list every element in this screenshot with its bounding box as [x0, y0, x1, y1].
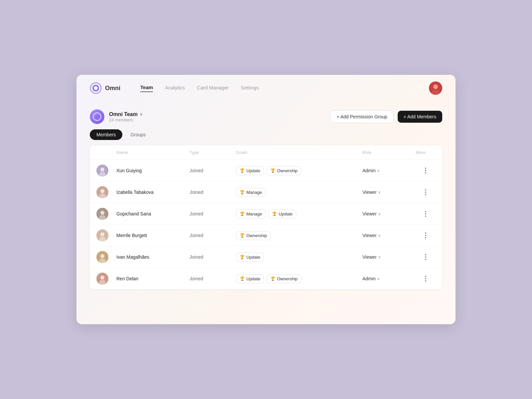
table-body: Xun Guiying Joined 🏆 Update 🏆 Ownership … [90, 160, 442, 289]
member-avatar [96, 251, 108, 263]
col-name: Name [116, 150, 190, 155]
team-members-count: 24 members [109, 117, 143, 122]
role-chevron-icon: ∨ [378, 190, 381, 195]
trophy-icon: 🏆 [240, 233, 245, 238]
goals-cell: 🏆 Manage [236, 188, 362, 197]
goal-badge[interactable]: 🏆 Update [268, 209, 296, 218]
more-dots-icon [425, 232, 426, 238]
svg-point-21 [100, 276, 104, 280]
tab-members[interactable]: Members [90, 129, 122, 140]
nav-card-manager[interactable]: Card Manager [197, 85, 229, 92]
role-chevron-icon: ∨ [377, 277, 380, 281]
app-window: Omni Team Analytics Card Manager Setting… [76, 75, 456, 324]
svg-point-3 [433, 84, 438, 89]
goals-cell: 🏆 Update [236, 253, 362, 262]
svg-point-0 [90, 83, 101, 93]
goal-badge[interactable]: 🏆 Update [236, 166, 264, 175]
team-info: Omni Team ∨ 24 members [90, 109, 143, 124]
role-label: Viewer [362, 233, 377, 238]
goals-cell: 🏆 Ownership [236, 231, 362, 240]
role-label: Admin [362, 168, 376, 173]
goals-cell: 🏆 Manage 🏆 Update [236, 209, 362, 218]
role-cell[interactable]: Viewer ∨ [362, 190, 416, 195]
team-name-area: Omni Team ∨ 24 members [109, 111, 143, 122]
member-name: Merrile Burgett [116, 233, 190, 238]
member-type: Joined [190, 190, 236, 195]
header: Omni Team Analytics Card Manager Setting… [76, 75, 456, 101]
trophy-icon: 🏆 [240, 168, 245, 173]
goal-badge[interactable]: 🏆 Manage [236, 188, 266, 197]
role-label: Viewer [362, 190, 377, 195]
trophy-icon: 🏆 [270, 168, 275, 173]
goal-badge[interactable]: 🏆 Manage [236, 209, 266, 218]
role-chevron-icon: ∨ [377, 169, 380, 173]
goal-label: Ownership [277, 276, 298, 281]
col-more: More [416, 150, 436, 155]
team-name-chevron-icon: ∨ [140, 112, 143, 117]
member-avatar [96, 208, 108, 220]
trophy-icon: 🏆 [240, 276, 245, 281]
team-actions: + Add Permission Group + Add Members [330, 110, 442, 123]
logo-text: Omni [105, 85, 120, 92]
role-cell[interactable]: Admin ∨ [362, 276, 416, 281]
svg-point-18 [100, 254, 104, 258]
add-members-button[interactable]: + Add Members [398, 111, 442, 123]
role-label: Viewer [362, 211, 377, 216]
svg-point-1 [93, 85, 98, 91]
trophy-icon: 🏆 [240, 190, 245, 195]
goal-badge[interactable]: 🏆 Update [236, 253, 264, 262]
more-dots-icon [425, 254, 426, 260]
member-avatar [96, 186, 108, 198]
add-permission-group-button[interactable]: + Add Permission Group [330, 110, 393, 123]
more-options-button[interactable] [416, 276, 436, 282]
member-type: Joined [190, 211, 236, 216]
member-avatar [96, 229, 108, 241]
col-role: Role [362, 150, 416, 155]
more-dots-icon [425, 211, 426, 217]
svg-point-6 [100, 168, 104, 172]
table-row: Ivan Magalhães Joined 🏆 Update Viewer ∨ [90, 246, 442, 268]
svg-point-12 [100, 211, 104, 215]
more-options-button[interactable] [416, 232, 436, 238]
goal-badge[interactable]: 🏆 Update [236, 274, 264, 283]
goal-badge[interactable]: 🏆 Ownership [236, 231, 271, 240]
trophy-icon: 🏆 [270, 276, 275, 281]
more-dots-icon [425, 276, 426, 282]
table-row: Merrile Burgett Joined 🏆 Ownership Viewe… [90, 225, 442, 246]
goal-label: Manage [246, 211, 262, 216]
goal-badge[interactable]: 🏆 Ownership [267, 166, 301, 175]
nav-analytics[interactable]: Analytics [165, 85, 185, 92]
main-nav: Team Analytics Card Manager Settings [140, 84, 429, 92]
role-cell[interactable]: Viewer ∨ [362, 233, 416, 238]
goals-cell: 🏆 Update 🏆 Ownership [236, 274, 362, 283]
col-avatar [96, 150, 116, 155]
more-options-button[interactable] [416, 211, 436, 217]
team-logo-icon [90, 109, 104, 124]
nav-settings[interactable]: Settings [241, 85, 259, 92]
tab-bar: Members Groups [76, 129, 456, 145]
goal-badge[interactable]: 🏆 Ownership [267, 274, 301, 283]
members-table: Name Type Goals Role More Xun Guiying Jo… [90, 145, 442, 289]
team-header: Omni Team ∨ 24 members + Add Permission … [76, 101, 456, 129]
more-options-button[interactable] [416, 168, 436, 174]
role-cell[interactable]: Admin ∨ [362, 168, 416, 173]
role-cell[interactable]: Viewer ∨ [362, 211, 416, 216]
more-options-button[interactable] [416, 189, 436, 195]
table-header: Name Type Goals Role More [90, 145, 442, 160]
user-avatar[interactable] [429, 81, 442, 95]
role-cell[interactable]: Viewer ∨ [362, 254, 416, 260]
table-row: Izabella Tabakova Joined 🏆 Manage Viewer… [90, 182, 442, 203]
role-label: Viewer [362, 254, 377, 260]
trophy-icon: 🏆 [240, 255, 245, 259]
goals-cell: 🏆 Update 🏆 Ownership [236, 166, 362, 175]
table-row: Xun Guiying Joined 🏆 Update 🏆 Ownership … [90, 160, 442, 182]
more-options-button[interactable] [416, 254, 436, 260]
tab-groups[interactable]: Groups [124, 129, 152, 140]
member-name: Izabella Tabakova [116, 190, 190, 195]
logo-area: Omni [90, 82, 120, 94]
role-chevron-icon: ∨ [378, 212, 381, 216]
more-dots-icon [425, 189, 426, 195]
goal-label: Update [246, 168, 260, 173]
nav-team[interactable]: Team [140, 84, 153, 92]
goal-label: Update [246, 276, 260, 281]
